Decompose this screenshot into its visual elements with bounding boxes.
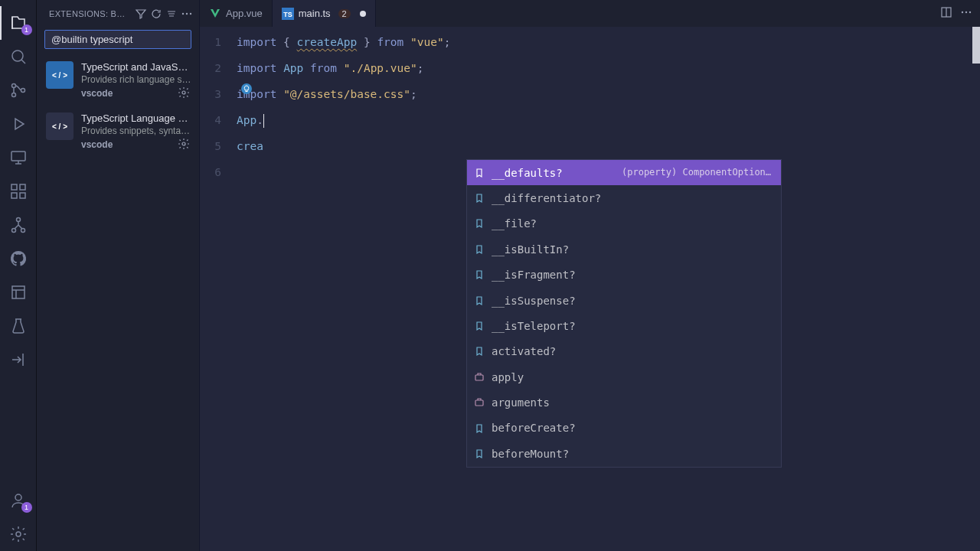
git-graph-icon[interactable] [0,208,37,242]
svg-point-19 [182,142,185,145]
line-number: 1 [200,34,237,51]
code-line[interactable]: 3import "@/assets/base.css"; [200,83,980,109]
intellisense-popup: __defaults? (property) ComponentOptionsB… [466,159,782,468]
editor-scrollbar[interactable] [972,27,980,64]
projects-icon[interactable] [0,276,37,309]
ts-file-icon: TS [282,8,294,20]
suggestion-label: __isSuspense? [492,293,775,308]
suggestion-item[interactable]: activated? [467,339,781,364]
suggestion-label: beforeCreate? [492,420,775,435]
suggestion-label: __file? [492,216,775,231]
lightbulb-icon[interactable] [241,83,252,94]
account-icon[interactable]: 1 [0,484,37,517]
extensions-icon[interactable] [0,174,37,208]
activity-bar: 1 1 [0,0,37,551]
editor-area: App.vue TS main.ts 2 1import { createApp… [200,0,980,551]
line-number: 2 [200,60,237,77]
code-line[interactable]: 4App. [200,109,980,135]
prop-icon [473,269,485,281]
extension-item[interactable]: < / > TypeScript Language Bas… Provides … [37,106,199,158]
code-line[interactable]: 1import { createApp } from "vue"; [200,31,980,57]
line-number: 3 [200,86,237,103]
method-icon [473,396,485,409]
extension-name: TypeScript and JavaScri… [81,61,191,73]
svg-text:TS: TS [283,11,292,18]
live-share-icon[interactable] [0,343,37,377]
editor-tab[interactable]: TS main.ts 2 [273,0,376,27]
extension-name: TypeScript Language Bas… [81,112,191,124]
svg-rect-27 [475,400,483,406]
editor-tab[interactable]: App.vue [200,0,273,27]
line-number: 5 [200,139,237,155]
extension-item[interactable]: < / > TypeScript and JavaScri… Provides … [37,55,199,106]
suggestion-item[interactable]: __isTeleport? [467,313,781,338]
explorer-icon[interactable]: 1 [0,6,37,40]
github-icon[interactable] [0,242,37,276]
extension-author: vscode [81,88,113,99]
suggestion-label: __defaults? [492,165,616,181]
suggestion-item[interactable]: __isSuspense? [467,288,781,313]
svg-point-13 [15,494,21,500]
vue-file-icon [209,8,221,20]
split-editor-icon[interactable] [940,6,952,21]
suggestion-item[interactable]: __isFragment? [467,262,781,288]
svg-rect-8 [20,193,25,198]
code-line[interactable]: 2import App from "./App.vue"; [200,57,980,83]
code-line[interactable]: 5crea [200,135,980,161]
manage-gear-icon[interactable] [178,138,191,152]
prop-icon [473,167,485,179]
filter-icon[interactable] [135,8,147,20]
extension-description: Provides rich language sup… [81,74,191,85]
prop-icon [473,192,485,204]
clear-icon[interactable] [165,8,178,20]
search-icon[interactable] [0,40,37,73]
testing-icon[interactable] [0,309,37,343]
remote-explorer-icon[interactable] [0,141,37,174]
code-editor[interactable]: 1import { createApp } from "vue";2import… [200,27,980,551]
extensions-sidebar: EXTENSIONS: B… < / > TypeScript and Java… [37,0,200,551]
svg-rect-7 [11,193,17,198]
line-number: 6 [200,165,237,181]
extension-icon: < / > [46,61,74,89]
prop-icon [473,422,485,435]
extensions-list: < / > TypeScript and JavaScri… Provides … [37,55,199,158]
suggestion-item[interactable]: beforeCreate? [467,416,781,441]
extensions-search-input[interactable] [44,30,191,49]
suggestion-label: __differentiator? [492,191,775,206]
source-control-icon[interactable] [0,73,37,107]
svg-rect-26 [475,375,483,380]
suggestion-item[interactable]: __defaults? (property) ComponentOptionsB… [467,160,781,185]
refresh-icon[interactable] [150,8,162,20]
tab-error-count: 2 [338,9,351,18]
suggestion-item[interactable]: apply [467,364,781,390]
suggestion-label: __isBuiltIn? [492,242,775,257]
suggestion-label: __isFragment? [492,267,775,282]
account-badge: 1 [21,502,32,513]
svg-point-14 [16,532,21,536]
suggestion-item[interactable]: __differentiator? [467,185,781,210]
svg-point-18 [182,91,185,94]
tab-bar: App.vue TS main.ts 2 [200,0,980,27]
extension-icon: < / > [46,112,74,140]
suggestion-item[interactable]: __file? [467,211,781,236]
suggestion-item[interactable]: beforeMount? [467,441,781,466]
svg-rect-12 [12,286,24,298]
prop-icon [473,217,485,230]
suggestion-label: apply [492,370,775,385]
svg-point-2 [11,93,15,97]
settings-gear-icon[interactable] [0,517,37,551]
suggestion-doc: (property) ComponentOptionsBase [622,166,775,179]
svg-point-15 [182,12,184,14]
svg-point-23 [962,11,963,13]
tab-label: main.ts [299,8,331,19]
more-icon[interactable] [181,8,193,20]
svg-rect-5 [11,184,17,190]
run-debug-icon[interactable] [0,107,37,141]
method-icon [473,371,485,383]
manage-gear-icon[interactable] [178,86,191,100]
more-actions-icon[interactable] [960,6,972,21]
suggestion-item[interactable]: arguments [467,390,781,416]
suggestion-label: activated? [492,344,775,359]
svg-rect-6 [20,184,25,190]
suggestion-item[interactable]: __isBuiltIn? [467,236,781,262]
